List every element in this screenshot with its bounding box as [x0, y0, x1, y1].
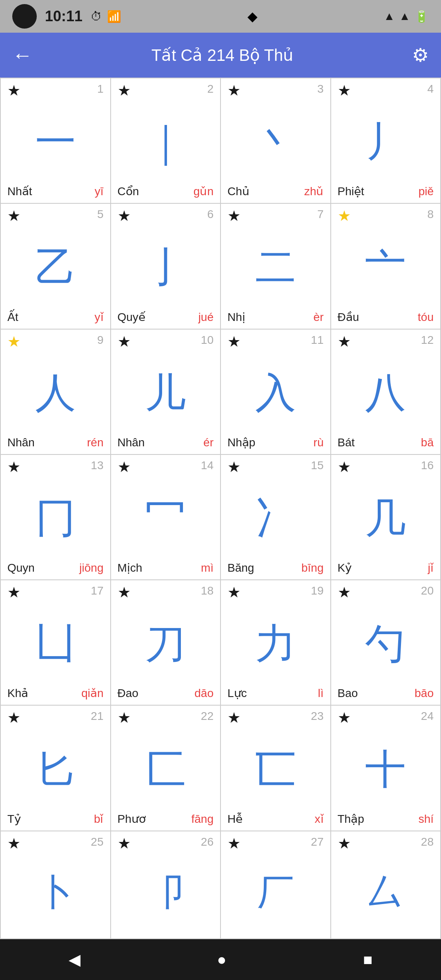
sim-icon: 📶	[107, 10, 121, 23]
nav-recent-button[interactable]: ■	[363, 951, 373, 969]
cell-vietnamese: Bát	[338, 436, 355, 449]
cell-character: 刀	[118, 601, 214, 685]
cell-character: 冫	[227, 476, 324, 560]
cell-pinyin: xǐ	[315, 812, 324, 826]
radical-cell-5[interactable]: ★ 5 乙 Ất yǐ	[1, 204, 111, 329]
cell-pinyin: jǐ	[428, 561, 434, 575]
cell-character: 冖	[118, 476, 214, 559]
cell-vietnamese: Lực	[227, 686, 247, 700]
cell-number: 5	[97, 209, 104, 220]
star-icon: ★	[338, 83, 351, 98]
star-icon: ★	[118, 710, 131, 725]
cell-pinyin: bā	[421, 436, 434, 449]
radical-cell-26[interactable]: ★ 26 卩	[111, 831, 221, 939]
star-icon: ★	[338, 585, 351, 600]
cell-character: 儿	[118, 351, 214, 434]
nav-home-button[interactable]: ●	[217, 951, 227, 969]
cell-number: 13	[91, 460, 103, 471]
radical-cell-14[interactable]: ★ 14 冖 Mịch mì	[111, 455, 221, 580]
cell-top-row: ★ 18	[118, 585, 214, 600]
cell-vietnamese: Ất	[7, 310, 18, 324]
cell-bottom-row: Ất yǐ	[7, 310, 104, 324]
cell-top-row: ★ 13	[7, 460, 104, 474]
cell-character: 八	[338, 351, 434, 434]
cell-vietnamese: Quyn	[7, 561, 35, 575]
cell-pinyin: piě	[419, 185, 434, 198]
cell-pinyin: mì	[201, 561, 214, 575]
radical-cell-1[interactable]: ★ 1 一 Nhất yī	[1, 78, 111, 204]
radical-cell-6[interactable]: ★ 6 亅 Quyế jué	[111, 204, 221, 329]
cell-character: 力	[227, 601, 324, 685]
radical-cell-9[interactable]: ★ 9 人 Nhân rén	[1, 330, 111, 455]
radical-cell-15[interactable]: ★ 15 冫 Băng bīng	[221, 455, 331, 580]
cell-pinyin: yī	[95, 185, 104, 198]
radical-cell-3[interactable]: ★ 3 丶 Chủ zhǔ	[221, 78, 331, 204]
radical-cell-24[interactable]: ★ 24 十 Thập shí	[331, 706, 441, 831]
radical-cell-19[interactable]: ★ 19 力 Lực lì	[221, 580, 331, 706]
cell-number: 25	[91, 836, 103, 848]
cell-vietnamese: Phươ	[118, 812, 146, 826]
cell-top-row: ★ 10	[118, 334, 214, 349]
radical-cell-7[interactable]: ★ 7 二 Nhị èr	[221, 204, 331, 329]
nav-back-button[interactable]: ◀	[69, 951, 80, 969]
radical-cell-25[interactable]: ★ 25 卜	[1, 831, 111, 939]
radical-cell-2[interactable]: ★ 2 ｜ Cổn gǔn	[111, 78, 221, 204]
cell-pinyin: jué	[198, 311, 214, 324]
cell-top-row: ★ 16	[338, 460, 434, 474]
cell-vietnamese: Thập	[338, 812, 364, 826]
radical-cell-22[interactable]: ★ 22 匚 Phươ fāng	[111, 706, 221, 831]
cell-bottom-row: Đầu tóu	[338, 310, 434, 324]
status-right: ▲ ▲ 🔋	[384, 10, 429, 23]
cell-pinyin: bāo	[414, 687, 434, 700]
radical-cell-13[interactable]: ★ 13 冂 Quyn jiōng	[1, 455, 111, 580]
cell-pinyin: qiǎn	[81, 686, 103, 700]
radical-cell-4[interactable]: ★ 4 丿 Phiệt piě	[331, 78, 441, 204]
radical-cell-12[interactable]: ★ 12 八 Bát bā	[331, 330, 441, 455]
radical-cell-27[interactable]: ★ 27 厂	[221, 831, 331, 939]
cell-character: 匸	[227, 727, 324, 810]
cell-bottom-row: Hễ xǐ	[227, 812, 324, 826]
status-left: 10:11 ⏱ 📶	[12, 4, 121, 29]
cell-vietnamese: Nhân	[118, 436, 145, 449]
radical-cell-8[interactable]: ★ 8 亠 Đầu tóu	[331, 204, 441, 329]
cell-number: 17	[91, 585, 103, 597]
cell-vietnamese: Khả	[7, 686, 28, 700]
settings-button[interactable]: ⚙	[412, 44, 429, 66]
cell-top-row: ★ 7	[227, 209, 324, 223]
cell-number: 21	[91, 710, 103, 722]
cell-bottom-row: Kỷ jǐ	[338, 561, 434, 575]
header-title: Tất Cả 214 Bộ Thủ	[151, 46, 293, 65]
radical-cell-11[interactable]: ★ 11 入 Nhập rù	[221, 330, 331, 455]
star-icon: ★	[227, 460, 241, 474]
cell-vietnamese: Kỷ	[338, 561, 352, 575]
cell-number: 1	[97, 83, 104, 95]
cell-bottom-row: Nhân ér	[118, 436, 214, 449]
cell-pinyin: fāng	[192, 813, 214, 826]
star-icon: ★	[338, 836, 351, 851]
star-icon: ★	[227, 710, 241, 725]
radical-cell-28[interactable]: ★ 28 厶	[331, 831, 441, 939]
cell-character: 卜	[7, 853, 104, 932]
cell-character: 人	[7, 351, 104, 434]
cell-pinyin: lì	[318, 687, 324, 700]
cell-number: 19	[311, 585, 323, 597]
cell-vietnamese: Băng	[227, 561, 254, 575]
cell-number: 7	[317, 209, 324, 220]
radical-cell-17[interactable]: ★ 17 凵 Khả qiǎn	[1, 580, 111, 706]
cell-number: 10	[201, 334, 214, 346]
cell-bottom-row: Quyn jiōng	[7, 561, 104, 575]
cell-number: 22	[201, 710, 214, 722]
star-icon: ★	[118, 585, 131, 600]
cell-number: 27	[311, 836, 323, 848]
radical-cell-18[interactable]: ★ 18 刀 Đao dāo	[111, 580, 221, 706]
radical-cell-16[interactable]: ★ 16 几 Kỷ jǐ	[331, 455, 441, 580]
back-button[interactable]: ←	[12, 43, 33, 67]
radical-cell-20[interactable]: ★ 20 勺 Bao bāo	[331, 580, 441, 706]
radical-cell-21[interactable]: ★ 21 匕 Tỷ bǐ	[1, 706, 111, 831]
cell-bottom-row: Cổn gǔn	[118, 185, 214, 198]
radical-cell-23[interactable]: ★ 23 匸 Hễ xǐ	[221, 706, 331, 831]
radical-cell-10[interactable]: ★ 10 儿 Nhân ér	[111, 330, 221, 455]
cell-bottom-row: Bao bāo	[338, 687, 434, 700]
cell-number: 16	[421, 460, 434, 471]
bottom-nav: ◀ ● ■	[0, 939, 441, 980]
